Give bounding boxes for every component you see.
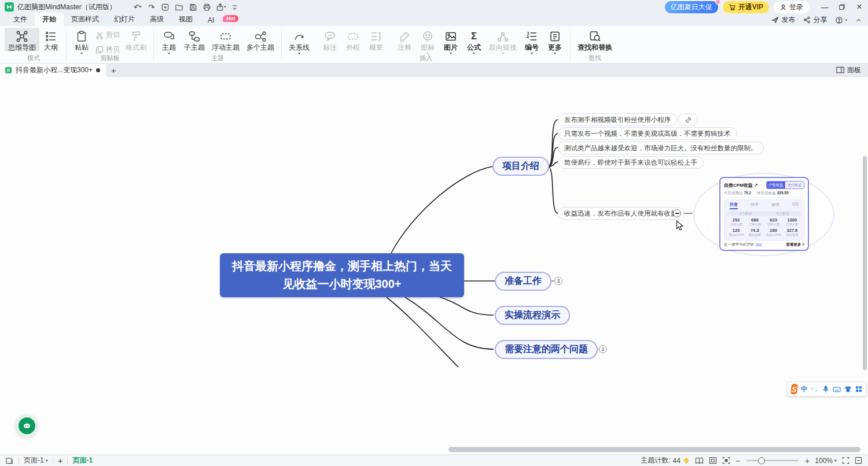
leaf-topic[interactable]: 测试类产品越来越受欢迎，市场潜力巨大。没有粉丝数量的限制。 (558, 142, 764, 154)
ime-voice-button[interactable] (822, 386, 829, 393)
leaf-topic[interactable]: 简便易行，即使对于新手来说也可以轻松上手 (558, 156, 704, 169)
copy-button[interactable]: 拷贝 (93, 45, 122, 54)
fit-selection-button[interactable] (722, 457, 730, 464)
floating-topic-button[interactable]: 浮动主题 (208, 28, 243, 51)
print-button[interactable] (201, 2, 214, 12)
export-button[interactable]: ▾ (215, 2, 227, 12)
central-topic[interactable]: 抖音最新小程序撸金，测手相上热门，当天见收益一小时变现300+ (220, 253, 464, 297)
collapsed-count-badge[interactable]: 2 (599, 345, 607, 353)
zoom-slider[interactable] (746, 460, 799, 461)
new-tab-button[interactable]: + (106, 65, 121, 75)
promo-badge[interactable]: 亿图夏日大促 (665, 1, 718, 13)
restore-button[interactable] (833, 0, 851, 14)
leaf-topic[interactable]: 发布测手相视频吸引粉丝使用小程序 (558, 113, 677, 126)
minimize-button[interactable]: — (816, 0, 833, 14)
menu-advanced[interactable]: 高级 (142, 13, 171, 26)
leaf-topic[interactable]: 收益迅速，发布作品有人使用就有收益 (558, 207, 684, 220)
redo-button[interactable]: ↷ (145, 2, 158, 12)
fit-window-button[interactable] (709, 457, 717, 464)
multiple-topics-button[interactable]: 多个主题 (243, 28, 278, 51)
callout-button[interactable]: 标注 (318, 28, 341, 51)
vertical-scrollbar[interactable] (863, 156, 867, 370)
new-document-button[interactable] (159, 2, 172, 12)
menu-slideshow[interactable]: 幻灯片 (106, 13, 142, 26)
mindmap-mode-button[interactable]: 思维导图 (5, 28, 39, 51)
menu-page-style[interactable]: 页面样式 (64, 13, 106, 26)
menu-view[interactable]: 视图 (171, 13, 200, 26)
mindmap-canvas[interactable]: 抖音最新小程序撸金，测手相上热门，当天见收益一小时变现300+ 项目介绍 发布测… (0, 77, 868, 454)
menu-file[interactable]: 文件 (6, 13, 35, 26)
share-button[interactable]: 分享 (803, 15, 827, 25)
save-button[interactable] (187, 2, 200, 12)
current-page-tab[interactable]: 页面-1 (72, 456, 93, 465)
branch-demo[interactable]: 实操流程演示 (495, 306, 570, 325)
close-button[interactable]: × (851, 0, 868, 14)
open-file-button[interactable] (173, 2, 186, 12)
topic-count: 主题计数: 44 (641, 456, 690, 465)
picture-button[interactable]: 图片 ▾ (439, 28, 462, 56)
undo-button[interactable]: ↶▾ (131, 2, 144, 12)
sogou-logo-icon[interactable]: S (790, 384, 798, 394)
zoom-level[interactable]: 100%▾ (815, 457, 837, 465)
branch-project-intro[interactable]: 项目介绍 (492, 157, 549, 176)
topic-icon (163, 29, 175, 43)
find-replace-icon (589, 29, 601, 43)
publish-button[interactable]: 发布 (771, 15, 795, 25)
pages-view-button[interactable] (695, 457, 704, 464)
format-painter-button[interactable]: 格式刷 (122, 28, 150, 51)
collapsed-count-badge[interactable]: 3 (554, 277, 562, 285)
ime-chinese-mode-button[interactable]: 中 (801, 384, 808, 394)
menu-home[interactable]: 开始 (35, 13, 64, 26)
zoom-slider-knob[interactable] (758, 457, 765, 464)
ime-punctuation-button[interactable]: ·， (811, 385, 819, 393)
bidirectional-link-button[interactable]: 双向链接 ▾ (486, 28, 520, 56)
promo-decoration-icon (715, 0, 720, 5)
group-label-insert: 插入 (282, 54, 570, 62)
paste-icon (75, 29, 88, 43)
add-page-button[interactable]: + (58, 456, 63, 465)
cut-button[interactable]: 剪切 (93, 30, 122, 40)
numbering-button[interactable]: 编号 ▾ (520, 28, 543, 56)
formula-button[interactable]: Σ 公式 ▾ (462, 28, 486, 56)
branch-preparation[interactable]: 准备工作 (495, 272, 551, 291)
more-insert-button[interactable]: 更多 ▾ (543, 28, 567, 56)
boundary-button[interactable]: 外框 (341, 28, 365, 51)
page-list-icon[interactable] (6, 457, 14, 464)
paste-button[interactable]: 粘贴 ▾ (70, 28, 93, 56)
ime-skin-button[interactable] (844, 386, 852, 393)
subtopic-button[interactable]: 子主题 (181, 28, 208, 51)
customize-toolbar-button[interactable] (229, 2, 241, 12)
insert-icon-button[interactable]: 图标 ▾ (416, 28, 439, 56)
collapse-toggle[interactable] (673, 209, 681, 217)
ribbon: 思维导图 大纲 模式 粘贴 ▾ 剪切 (0, 26, 868, 64)
collapse-ribbon-button[interactable] (855, 17, 862, 24)
relationship-line-button[interactable]: 关系线 ▾ (285, 28, 313, 56)
branch-issues[interactable]: 需要注意的两个问题 (495, 340, 598, 359)
find-replace-button[interactable]: 查找和替换 (574, 28, 616, 51)
ime-keyboard-button[interactable] (833, 386, 841, 393)
numbering-icon (525, 29, 538, 43)
menu-ai[interactable]: AI (200, 14, 222, 26)
summary-button[interactable]: 概要 (365, 28, 388, 51)
collapse-statusbar-button[interactable] (855, 457, 862, 464)
zoom-out-button[interactable]: − (735, 456, 740, 465)
leaf-topic[interactable]: 只需发布一个视频，不需要美观或高级，不需要剪辑技术 (558, 127, 737, 140)
page-selector[interactable]: 页面-1▾ (24, 456, 48, 465)
outline-mode-button[interactable]: 大纲 (39, 28, 62, 51)
fullscreen-button[interactable] (842, 457, 849, 464)
hyperlink-attachment-button[interactable] (678, 113, 698, 126)
formula-icon: Σ (471, 29, 477, 43)
comment-button[interactable]: 注释 (393, 28, 416, 51)
panel-toggle-button[interactable]: 面板 (836, 65, 868, 75)
vip-button[interactable]: 开通VIP (723, 1, 769, 13)
zoom-in-button[interactable]: + (805, 456, 810, 465)
help-button[interactable]: ▾ (835, 16, 847, 24)
app-logo-icon (5, 2, 14, 12)
document-tab[interactable]: 抖音最新小程...变现300+ (0, 64, 106, 77)
ai-assistant-button[interactable] (15, 414, 38, 437)
login-button[interactable]: 登录 (774, 1, 809, 13)
picture-icon (444, 29, 457, 43)
ime-toolbox-button[interactable] (855, 386, 862, 393)
horizontal-scrollbar[interactable] (448, 447, 860, 452)
topic-button[interactable]: 主题 ▾ (157, 28, 181, 56)
